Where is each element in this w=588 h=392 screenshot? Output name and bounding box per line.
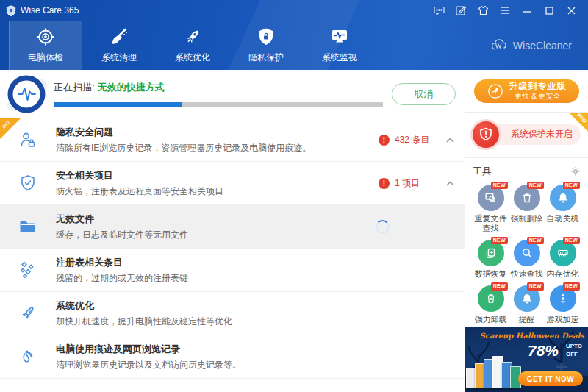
scan-status-prefix: 正在扫描:: [54, 82, 95, 93]
minimize-icon[interactable]: [516, 1, 538, 19]
scan-progress-bar: [54, 102, 383, 107]
maximize-icon[interactable]: [538, 1, 560, 19]
tab-label: 系统清理: [101, 51, 137, 64]
banner-percent: 78%: [528, 342, 559, 360]
scan-row-system-tuneup[interactable]: 系统优化 加快开机速度，提升电脑性能及稳定性等优化: [0, 292, 465, 335]
main-nav: 电脑体检 系统清理 系统优: [0, 21, 588, 70]
tab-label: 系统优化: [175, 51, 210, 64]
row-title: 电脑使用痕迹及网页浏览记录: [56, 343, 465, 356]
registry-icon: [0, 260, 56, 279]
alert-icon: !: [379, 178, 390, 189]
rocket-outline-icon: [0, 304, 56, 323]
row-text: 无效文件 缓存，日志及临时文件等无用文件: [56, 213, 376, 241]
banner-off: OFF: [566, 351, 582, 358]
edit-icon[interactable]: [450, 1, 472, 19]
tool-label: 强力卸载: [473, 315, 509, 324]
cancel-button[interactable]: 取消: [392, 83, 456, 105]
tool-label: 重复文件查找: [473, 214, 509, 233]
tool-memory-optimizer[interactable]: NEW 内存优化: [545, 240, 581, 279]
tool-reminder[interactable]: NEW 提醒: [509, 285, 545, 324]
privacy-icon: [257, 27, 276, 46]
row-text: 系统优化 加快开机速度，提升电脑性能及稳定性等优化: [56, 299, 465, 328]
row-right: [376, 220, 465, 234]
tab-label: 隐私保护: [248, 51, 284, 64]
row-right: ! 1 项目: [379, 177, 465, 190]
cleaner-icon: [110, 27, 129, 46]
tool-auto-shutdown[interactable]: NEW 自动关机: [545, 185, 581, 233]
scan-row-registry-entries[interactable]: 注册表相关条目 残留的，过期的或无效的注册表键: [0, 249, 465, 292]
row-text: 安全相关项目 防火墙，注册表及远程桌面等安全相关项目: [56, 169, 379, 198]
checkup-icon: [36, 27, 55, 46]
tab-label: 电脑体检: [28, 51, 63, 64]
tools-title: 工具: [473, 165, 492, 178]
app-header: Wise Care 365: [0, 0, 588, 70]
row-text: 注册表相关条目 残留的，过期的或无效的注册表键: [56, 256, 465, 285]
tab-system-cleaner[interactable]: 系统清理: [82, 21, 156, 70]
tool-label: 游戏加速: [545, 315, 581, 324]
protection-status-card[interactable]: PRO 系统保护未开启: [465, 113, 588, 157]
row-right: ! 432 条目: [379, 134, 465, 146]
row-title: 系统优化: [56, 299, 465, 313]
product-boxes: [468, 356, 521, 388]
tool-game-booster[interactable]: NEW 游戏加速: [545, 285, 581, 324]
titlebar: Wise Care 365: [0, 0, 588, 21]
protection-label: 系统保护未开启: [511, 128, 573, 140]
tool-data-recovery[interactable]: NEW 数据恢复: [473, 240, 509, 279]
alert-icon: !: [379, 135, 390, 146]
loading-spinner: [376, 220, 390, 234]
tab-privacy-protector[interactable]: 隐私保护: [229, 21, 303, 70]
protection-shield-icon: [473, 121, 499, 148]
brand-name: WiseCleaner: [513, 40, 572, 51]
main-panel: 正在扫描:无效的快捷方式 取消 pro: [0, 70, 465, 392]
tuneup-icon: [183, 27, 202, 46]
close-icon[interactable]: [560, 1, 582, 19]
row-text: 隐私安全问题 清除所有IE浏览历史记录，资源管理器历史记录及电脑使用痕迹。: [56, 126, 379, 154]
scan-item-list: pro 隐私安全问题 清除所有IE浏览历史记录，资源管理器历史记录及电脑使用痕迹…: [0, 118, 465, 392]
content-area: 正在扫描:无效的快捷方式 取消 pro: [0, 70, 588, 392]
tool-force-delete[interactable]: NEW 强制删除: [509, 185, 545, 233]
row-title: 安全相关项目: [56, 169, 379, 182]
skin-icon[interactable]: [472, 1, 494, 19]
scan-pulse-icon: [0, 71, 54, 117]
row-desc: 残留的，过期的或无效的注册表键: [56, 272, 465, 285]
tool-duplicate-finder[interactable]: NEW 重复文件查找: [473, 185, 509, 233]
menu-icon[interactable]: [494, 1, 516, 19]
tools-header: 工具: [473, 165, 581, 178]
item-count: 432 条目: [395, 134, 430, 146]
app-shield-icon: [6, 5, 16, 16]
monitor-icon: [330, 27, 349, 46]
new-badge: NEW: [491, 182, 508, 189]
scan-row-invalid-files[interactable]: 无效文件 缓存，日志及临时文件等无用文件: [0, 205, 465, 249]
tool-label: 提醒: [509, 315, 545, 324]
new-badge: NEW: [491, 282, 508, 290]
scan-row-privacy-issues[interactable]: pro 隐私安全问题 清除所有IE浏览历史记录，资源管理器历史记录及电脑使用痕迹…: [0, 118, 465, 162]
scan-row-security-items[interactable]: 安全相关项目 防火墙，注册表及远程桌面等安全相关项目 ! 1 项目: [0, 162, 465, 205]
tab-pc-checkup[interactable]: 电脑体检: [9, 21, 82, 70]
row-title: 注册表相关条目: [56, 256, 465, 269]
upgrade-text: 升级到专业版 更快 & 更安全: [509, 81, 567, 101]
scan-row-usage-traces[interactable]: 电脑使用痕迹及网页浏览记录 清理浏览器历史记录以及文档访问历史记录等。: [0, 335, 465, 379]
banner-title: Scareup Halloween Deals: [480, 332, 584, 340]
tool-quick-search[interactable]: NEW 快速查找: [509, 240, 545, 279]
tab-system-monitor[interactable]: 系统监视: [303, 21, 376, 70]
footprint-icon: [0, 347, 56, 366]
tool-force-uninstall[interactable]: NEW 强力卸载: [473, 285, 509, 324]
row-desc: 缓存，日志及临时文件等无用文件: [56, 229, 376, 241]
row-text: 电脑使用痕迹及网页浏览记录 清理浏览器历史记录以及文档访问历史记录等。: [56, 343, 465, 371]
get-it-now-button[interactable]: GET IT NOW: [518, 371, 583, 386]
row-desc: 加快开机速度，提升电脑性能及稳定性等优化: [56, 316, 465, 328]
message-icon[interactable]: [428, 1, 450, 19]
tab-system-tuneup[interactable]: 系统优化: [156, 21, 229, 70]
new-badge: NEW: [491, 237, 508, 244]
window-title: Wise Care 365: [21, 5, 79, 15]
settings-gear-icon[interactable]: [570, 166, 581, 177]
banner-upto: UPTO: [566, 343, 582, 350]
upgrade-pro-button[interactable]: 升级到专业版 更快 & 更安全: [474, 79, 579, 103]
chevron-up-icon[interactable]: [446, 181, 454, 186]
chevron-up-icon[interactable]: [446, 138, 454, 143]
row-desc: 清理浏览器历史记录以及文档访问历史记录等。: [56, 359, 465, 371]
row-title: 隐私安全问题: [56, 126, 379, 139]
halloween-promo-banner[interactable]: Scareup Halloween Deals 78% UPTO OFF GET…: [465, 327, 588, 392]
tools-grid: NEW 重复文件查找 NEW: [473, 185, 581, 325]
item-count: 1 项目: [395, 177, 430, 190]
